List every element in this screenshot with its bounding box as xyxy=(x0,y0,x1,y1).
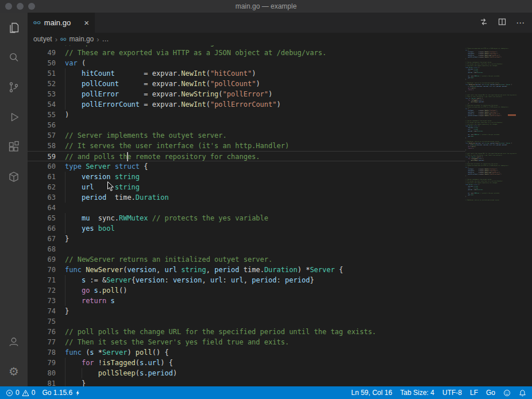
line-number[interactable]: 58 xyxy=(28,141,56,151)
code-line[interactable]: 67} xyxy=(28,234,465,244)
breadcrumb-symbol[interactable]: … xyxy=(102,35,109,43)
code-line[interactable]: 52 pollCount = expvar.NewInt("pollCount"… xyxy=(28,79,465,89)
line-number[interactable]: 68 xyxy=(28,244,56,254)
tab-main-go[interactable]: GO main.go × xyxy=(28,13,95,33)
code-line[interactable]: 65 mu sync.RWMutex // protects the yes v… xyxy=(28,213,465,223)
explorer-icon[interactable] xyxy=(0,13,28,42)
line-content[interactable]: // Server implements the outyet server. xyxy=(65,130,227,141)
code-line[interactable]: 69// NewServer returns an initialized ou… xyxy=(28,254,465,265)
line-content[interactable]: pollError = expvar.NewString("pollError"… xyxy=(65,89,272,99)
line-number[interactable]: 74 xyxy=(28,306,56,316)
line-number[interactable]: 73 xyxy=(28,296,56,306)
code-line[interactable]: 49// These are exported via HTTP as a JS… xyxy=(28,48,465,58)
tab-size-status[interactable]: Tab Size: 4 xyxy=(400,389,434,397)
code-line[interactable]: 75 xyxy=(28,316,465,327)
line-number[interactable]: 49 xyxy=(28,48,56,58)
code-line[interactable]: 81 } xyxy=(28,378,465,386)
code-line[interactable]: 57// Server implements the outyet server… xyxy=(28,130,465,141)
line-number[interactable]: 56 xyxy=(28,120,56,130)
line-content[interactable]: return s xyxy=(65,296,115,306)
code-line[interactable]: 74} xyxy=(28,306,465,316)
line-number[interactable]: 54 xyxy=(28,99,56,110)
line-content[interactable]: } xyxy=(65,378,86,386)
extensions-icon[interactable] xyxy=(0,132,28,162)
line-content[interactable]: ) xyxy=(65,110,69,120)
line-number[interactable]: 77 xyxy=(28,337,56,347)
code-line[interactable]: 56 xyxy=(28,120,465,130)
minimize-window-button[interactable] xyxy=(17,3,24,10)
line-number[interactable]: 75 xyxy=(28,316,56,327)
feedback-icon[interactable] xyxy=(503,389,511,397)
breadcrumb-folder[interactable]: outyet xyxy=(33,35,52,43)
language-mode-status[interactable]: Go xyxy=(486,389,495,397)
line-number[interactable]: 60 xyxy=(28,161,56,172)
line-content[interactable]: pollCount = expvar.NewInt("pollCount") xyxy=(65,79,260,89)
line-content[interactable]: mu sync.RWMutex // protects the yes vari… xyxy=(65,213,268,223)
line-content[interactable]: // These are exported via HTTP as a JSON… xyxy=(65,48,326,58)
accounts-icon[interactable] xyxy=(0,327,28,357)
line-content[interactable]: func NewServer(version, url string, peri… xyxy=(65,265,343,275)
line-content[interactable]: // NewServer returns an initialized outy… xyxy=(65,254,272,265)
line-number[interactable]: 64 xyxy=(28,203,56,213)
line-number[interactable]: 81 xyxy=(28,378,56,386)
zoom-window-button[interactable] xyxy=(28,3,35,10)
code-line[interactable]: 59// and polls the remote repository for… xyxy=(28,151,465,161)
code-line[interactable]: 62 url string xyxy=(28,182,465,192)
line-content[interactable]: // Then it sets the Server's yes field t… xyxy=(65,337,289,347)
problems-status[interactable]: 0 0 xyxy=(6,389,35,397)
code-line[interactable]: 80 pollSleep(s.period) xyxy=(28,368,465,378)
line-number[interactable]: 72 xyxy=(28,285,56,296)
breadcrumb-file[interactable]: main.go xyxy=(70,35,94,43)
code-line[interactable]: 61 version string xyxy=(28,172,465,182)
close-tab-icon[interactable]: × xyxy=(84,18,89,27)
line-number[interactable]: 63 xyxy=(28,192,56,203)
more-actions-icon[interactable]: ⋯ xyxy=(516,18,525,28)
line-content[interactable]: go s.poll() xyxy=(65,285,127,296)
code-line[interactable]: 73 return s xyxy=(28,296,465,306)
settings-gear-icon[interactable]: ⚙ xyxy=(0,357,28,386)
eol-status[interactable]: LF xyxy=(470,389,478,397)
code-line[interactable]: 58// It serves the user interface (it's … xyxy=(28,141,465,151)
code-line[interactable]: 53 pollError = expvar.NewString("pollErr… xyxy=(28,89,465,99)
code-line[interactable]: 68 xyxy=(28,244,465,254)
notifications-bell-icon[interactable] xyxy=(519,389,526,397)
go-version-status[interactable]: Go 1.15.6 xyxy=(42,389,81,397)
cursor-position-status[interactable]: Ln 59, Col 16 xyxy=(351,389,392,397)
code-line[interactable]: 50var ( xyxy=(28,58,465,68)
line-number[interactable]: 53 xyxy=(28,89,56,99)
line-number[interactable]: 78 xyxy=(28,347,56,358)
line-number[interactable]: 71 xyxy=(28,275,56,285)
code-editor[interactable]: 48// Exported variables for monitoring t… xyxy=(28,45,532,386)
code-line[interactable]: 54 pollErrorCount = expvar.NewInt("pollE… xyxy=(28,99,465,110)
run-debug-icon[interactable] xyxy=(0,102,28,132)
line-content[interactable]: pollSleep(s.period) xyxy=(65,368,177,378)
line-number[interactable]: 57 xyxy=(28,130,56,141)
close-window-button[interactable] xyxy=(5,3,12,10)
package-view-icon[interactable] xyxy=(0,162,28,192)
code-line[interactable]: 72 go s.poll() xyxy=(28,285,465,296)
open-changes-icon[interactable] xyxy=(479,17,488,29)
line-content[interactable]: for !isTagged(s.url) { xyxy=(65,358,173,368)
encoding-status[interactable]: UTF-8 xyxy=(442,389,462,397)
line-content[interactable]: } xyxy=(65,306,69,316)
line-number[interactable]: 79 xyxy=(28,358,56,368)
search-icon[interactable] xyxy=(0,42,28,72)
line-content[interactable]: pollErrorCount = expvar.NewInt("pollErro… xyxy=(65,99,281,110)
source-control-icon[interactable] xyxy=(0,72,28,102)
line-content[interactable]: // poll polls the change URL for the spe… xyxy=(65,327,376,337)
line-content[interactable]: // It serves the user interface (it's an… xyxy=(65,141,289,151)
line-content[interactable]: // and polls the remote repository for c… xyxy=(65,152,260,162)
code-line[interactable]: 77// Then it sets the Server's yes field… xyxy=(28,337,465,347)
line-content[interactable]: var ( xyxy=(65,58,86,68)
code-line[interactable]: 66 yes bool xyxy=(28,223,465,234)
line-number[interactable]: 80 xyxy=(28,368,56,378)
line-content[interactable]: yes bool xyxy=(65,223,115,234)
line-number[interactable]: 76 xyxy=(28,327,56,337)
code-line[interactable]: 55) xyxy=(28,110,465,120)
line-content[interactable]: func (s *Server) poll() { xyxy=(65,347,169,358)
line-number[interactable]: 65 xyxy=(28,213,56,223)
code-line[interactable]: 71 s := &Server{version: version, url: u… xyxy=(28,275,465,285)
line-number[interactable]: 51 xyxy=(28,68,56,79)
line-content[interactable]: type Server struct { xyxy=(65,161,148,172)
line-content[interactable]: hitCount = expvar.NewInt("hitCount") xyxy=(65,68,256,79)
